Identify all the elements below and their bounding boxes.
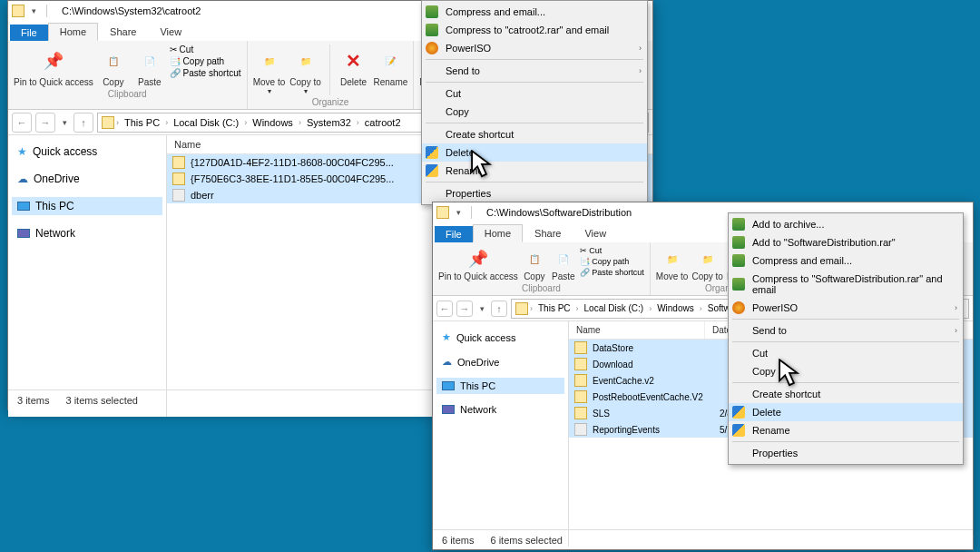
- tab-view[interactable]: View: [573, 224, 618, 242]
- copy-to-button[interactable]: 📁Copy to▾: [289, 44, 322, 95]
- paste-shortcut-button[interactable]: 🔗 Paste shortcut: [170, 68, 241, 78]
- pin-button[interactable]: 📌Pin to Quick access: [14, 44, 93, 87]
- copy-button[interactable]: Copy: [522, 246, 547, 281]
- col-name[interactable]: Name: [569, 321, 705, 339]
- nav-back[interactable]: ←: [12, 113, 32, 133]
- winrar-icon: [732, 236, 745, 249]
- tab-share[interactable]: Share: [523, 224, 573, 242]
- ctx-create-shortcut[interactable]: Create shortcut: [422, 125, 647, 143]
- col-name[interactable]: Name: [167, 135, 439, 153]
- bc-windows[interactable]: Windows: [653, 303, 698, 313]
- ctx-rename[interactable]: Rename: [729, 421, 963, 439]
- file-name: dberr: [191, 190, 445, 201]
- ctx-copy[interactable]: Copy: [729, 362, 963, 380]
- folder-icon: [574, 341, 587, 354]
- separator: [732, 341, 959, 342]
- pin-button[interactable]: 📌Pin to Quick access: [438, 246, 518, 281]
- tab-view[interactable]: View: [148, 23, 193, 41]
- copy-to-label: Copy to: [289, 77, 320, 87]
- ctx-poweriso[interactable]: PowerISO›: [729, 299, 963, 317]
- copy-path-label: Copy path: [592, 257, 629, 266]
- ctx-create-shortcut[interactable]: Create shortcut: [729, 385, 963, 403]
- ctx-add-archive[interactable]: Add to archive...: [729, 215, 963, 233]
- tab-home[interactable]: Home: [48, 23, 98, 41]
- bc-thispc[interactable]: This PC: [534, 303, 574, 313]
- ctx-compress-email[interactable]: Compress and email...: [729, 251, 963, 270]
- nav-fwd[interactable]: →: [456, 301, 473, 317]
- bc-thispc[interactable]: This PC: [121, 117, 163, 128]
- shield-icon: [426, 146, 438, 159]
- bc-windows[interactable]: Windows: [249, 117, 297, 128]
- ctx-rename[interactable]: Rename: [422, 162, 647, 180]
- ctx-cut[interactable]: Cut: [422, 84, 647, 103]
- ctx-poweriso[interactable]: PowerISO›: [422, 39, 647, 57]
- delete-button[interactable]: ✕Delete: [338, 44, 370, 95]
- tab-file[interactable]: File: [435, 226, 473, 242]
- statusbar: 6 items 6 items selected: [433, 529, 973, 549]
- ribbon-group-clipboard: 📌Pin to Quick access Copy Paste Cut 📑 Co…: [433, 242, 651, 295]
- move-to-button[interactable]: 📁Move to▾: [253, 44, 286, 95]
- chevron-right-icon: ›: [955, 303, 957, 312]
- nav-up[interactable]: ↑: [74, 113, 93, 133]
- bc-system32[interactable]: System32: [303, 117, 355, 128]
- winrar-icon: [426, 5, 438, 18]
- ctx-label: Compress to "SoftwareDistribution.rar" a…: [752, 273, 946, 295]
- sidebar-item-onedrive[interactable]: ☁OneDrive: [436, 353, 564, 370]
- cut-button[interactable]: Cut: [170, 44, 241, 54]
- nav-fwd[interactable]: →: [35, 113, 55, 133]
- nav-up[interactable]: ↑: [491, 301, 507, 317]
- sidebar-item-quickaccess[interactable]: ★Quick access: [12, 143, 162, 161]
- ctx-label: Create shortcut: [446, 129, 514, 140]
- ctx-label: Delete: [446, 147, 475, 158]
- copy-button[interactable]: Copy: [97, 44, 130, 87]
- separator: [426, 182, 643, 182]
- bc-catroot2[interactable]: catroot2: [361, 117, 405, 128]
- paste-shortcut-label: Paste shortcut: [592, 268, 644, 277]
- ctx-label: Copy: [752, 366, 776, 377]
- sidebar-item-thispc[interactable]: This PC: [12, 197, 162, 215]
- bc-c[interactable]: Local Disk (C:): [170, 117, 242, 128]
- ctx-add-named[interactable]: Add to "SoftwareDistribution.rar": [729, 233, 963, 251]
- ctx-compress-email[interactable]: Compress and email...: [422, 3, 647, 21]
- rename-button[interactable]: 📝Rename: [374, 44, 408, 95]
- ctx-compress-named[interactable]: Compress to "catroot2.rar" and email: [422, 21, 647, 39]
- ctx-compress-named[interactable]: Compress to "SoftwareDistribution.rar" a…: [729, 270, 963, 299]
- paste-button[interactable]: Paste: [133, 44, 166, 87]
- ctx-send-to[interactable]: Send to›: [729, 321, 963, 340]
- copy-to-button[interactable]: 📁Copy to: [691, 246, 722, 281]
- tab-file[interactable]: File: [10, 25, 48, 41]
- nav-history[interactable]: ▾: [59, 117, 70, 128]
- nav-history[interactable]: ▾: [476, 303, 487, 314]
- copy-path-button[interactable]: 📑 Copy path: [580, 257, 644, 266]
- tab-share[interactable]: Share: [98, 23, 148, 41]
- ctx-properties[interactable]: Properties: [422, 184, 647, 202]
- ctx-delete[interactable]: Delete: [729, 403, 963, 421]
- move-to-button[interactable]: 📁Move to: [656, 246, 689, 281]
- cut-button[interactable]: Cut: [580, 246, 644, 255]
- ctx-properties[interactable]: Properties: [729, 444, 963, 462]
- ctx-label: Copy: [446, 106, 469, 117]
- qat-dropdown[interactable]: ▾: [453, 207, 464, 218]
- ctx-delete[interactable]: Delete: [422, 143, 647, 162]
- qat-dropdown[interactable]: ▾: [28, 5, 39, 16]
- ctx-copy[interactable]: Copy: [422, 103, 647, 121]
- folder-icon: [436, 206, 449, 219]
- nav-back[interactable]: ←: [436, 301, 453, 317]
- separator: [426, 82, 643, 83]
- copy-path-button[interactable]: 📑 Copy path: [170, 56, 241, 66]
- sidebar-item-onedrive[interactable]: ☁OneDrive: [12, 170, 162, 188]
- tab-home[interactable]: Home: [473, 224, 523, 242]
- sidebar-label: OneDrive: [457, 357, 499, 368]
- star-icon: ★: [17, 145, 27, 158]
- sidebar-item-quickaccess[interactable]: ★Quick access: [436, 329, 564, 346]
- sidebar-item-network[interactable]: Network: [12, 224, 162, 242]
- file-name: DataStore: [593, 343, 720, 353]
- ctx-send-to[interactable]: Send to›: [422, 62, 647, 80]
- paste-shortcut-button[interactable]: 🔗 Paste shortcut: [580, 268, 644, 277]
- bc-c[interactable]: Local Disk (C:): [581, 303, 648, 313]
- sidebar-item-thispc[interactable]: This PC: [436, 378, 564, 394]
- sidebar-item-network[interactable]: Network: [436, 401, 564, 418]
- file-name: SLS: [593, 409, 720, 419]
- ctx-cut[interactable]: Cut: [729, 344, 963, 362]
- paste-button[interactable]: Paste: [551, 246, 576, 281]
